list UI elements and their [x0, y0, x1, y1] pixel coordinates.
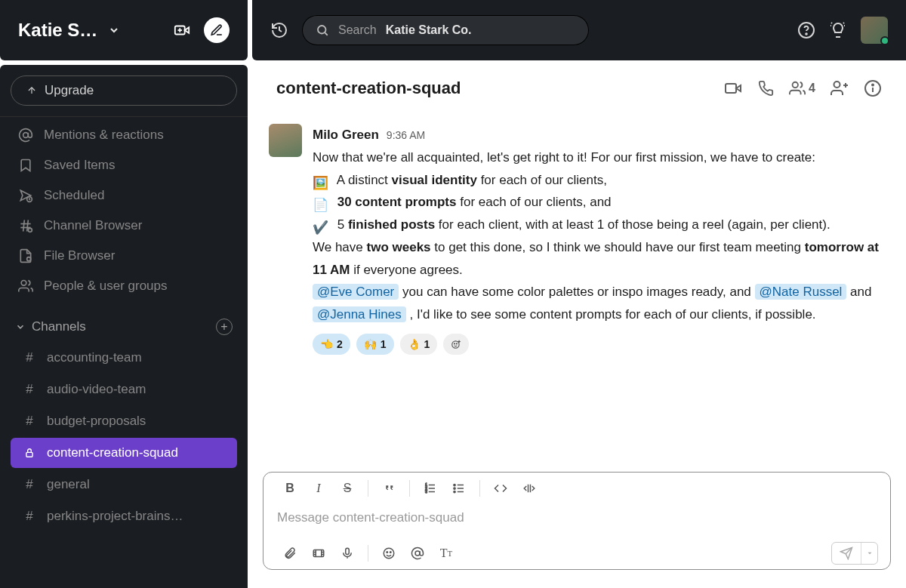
message-text: Now that we're all acquainted, let's get… [313, 146, 891, 326]
svg-point-26 [455, 343, 455, 344]
channels-section-header[interactable]: Channels + [11, 312, 237, 342]
message-list[interactable]: Milo Green 9:36 AM Now that we're all ac… [252, 116, 906, 463]
svg-point-40 [454, 488, 455, 489]
page-emoji: 📄 [313, 194, 329, 211]
svg-point-16 [806, 33, 807, 35]
send-options-button[interactable] [861, 543, 877, 564]
format-bullet-list-button[interactable] [445, 477, 473, 500]
svg-point-47 [387, 552, 388, 553]
message-body: Milo Green 9:36 AM Now that we're all ac… [313, 124, 891, 355]
message-timestamp[interactable]: 9:36 AM [387, 126, 425, 145]
message-author-avatar[interactable] [269, 124, 302, 157]
message-author[interactable]: Milo Green [313, 124, 379, 146]
channel-content-creation-squad[interactable]: content-creation-squad [11, 438, 237, 468]
sidebar-item-mentions[interactable]: Mentions & reactions [11, 120, 237, 150]
svg-rect-12 [26, 452, 32, 457]
hash-icon: # [23, 350, 36, 365]
channel-details-icon[interactable] [864, 79, 882, 97]
svg-line-7 [23, 220, 25, 232]
composer-input[interactable]: Message content-creation-squad [263, 504, 890, 537]
channel-title[interactable]: content-creation-squad [276, 79, 709, 98]
svg-rect-17 [726, 84, 736, 93]
hash-icon: # [23, 382, 36, 397]
svg-point-9 [28, 228, 32, 232]
send-button[interactable] [832, 543, 861, 564]
svg-point-24 [872, 85, 874, 86]
svg-rect-44 [313, 550, 324, 557]
emoji-picker-button[interactable] [374, 542, 403, 565]
attach-file-button[interactable] [276, 542, 304, 565]
sidebar-item-people[interactable]: People & user groups [11, 271, 237, 301]
format-quote-button[interactable] [374, 477, 403, 500]
channel-browser-icon [18, 218, 33, 233]
upgrade-button[interactable]: Upgrade [11, 75, 237, 106]
top-bar: Search Katie Stark Co. [252, 0, 906, 60]
format-bold-button[interactable]: B [276, 477, 304, 500]
svg-point-48 [390, 552, 392, 553]
channel-audio-video-team[interactable]: # audio-video-team [11, 374, 237, 405]
workspace-caret-icon[interactable] [108, 24, 120, 36]
mention-jenna-hines[interactable]: @Jenna Hines [313, 306, 406, 322]
hash-icon: # [23, 477, 36, 492]
format-ordered-list-button[interactable]: 123 [416, 477, 445, 500]
channel-header: content-creation-squad 4 [252, 60, 906, 116]
svg-point-27 [457, 343, 458, 344]
svg-point-11 [21, 281, 26, 286]
sidebar-item-channel-browser[interactable]: Channel Browser [11, 211, 237, 241]
chevron-down-icon [15, 322, 26, 332]
svg-point-39 [454, 484, 455, 485]
add-reaction-button[interactable] [443, 334, 469, 355]
bookmark-icon [18, 158, 33, 173]
file-browser-icon [18, 248, 33, 263]
sidebar-item-file-browser[interactable]: File Browser [11, 241, 237, 271]
lock-icon [23, 448, 36, 458]
svg-point-25 [452, 341, 459, 348]
svg-line-14 [325, 32, 327, 35]
svg-text:3: 3 [425, 490, 427, 494]
framed-picture-emoji: 🖼️ [313, 172, 329, 189]
mention-nate-russel[interactable]: @Nate Russel [755, 284, 847, 300]
reaction-1[interactable]: 👈2 [313, 334, 350, 355]
hash-icon: # [23, 414, 36, 429]
svg-point-10 [27, 257, 31, 261]
channel-general[interactable]: # general [11, 469, 237, 500]
channel-video-icon[interactable] [724, 79, 742, 97]
svg-point-3 [23, 133, 29, 138]
svg-point-41 [454, 491, 455, 492]
new-huddle-icon[interactable] [171, 19, 193, 42]
compose-button[interactable] [204, 17, 230, 43]
channel-budget-proposals[interactable]: # budget-proposals [11, 406, 237, 436]
svg-point-49 [415, 551, 420, 556]
mention-eve-comer[interactable]: @Eve Comer [313, 284, 399, 300]
svg-point-46 [384, 548, 394, 559]
reaction-2[interactable]: 🙌1 [356, 334, 394, 355]
history-icon[interactable] [270, 21, 288, 39]
check-mark-emoji: ✔️ [313, 217, 329, 233]
reaction-3[interactable]: 👌1 [400, 334, 438, 355]
search-icon [316, 23, 329, 37]
sidebar: Upgrade Mentions & reactions Saved Items… [0, 65, 248, 588]
formatting-toggle-button[interactable]: TT [432, 542, 461, 565]
svg-point-13 [318, 26, 326, 34]
attach-audio-button[interactable] [333, 542, 362, 565]
sidebar-item-scheduled[interactable]: Scheduled [11, 180, 237, 211]
format-italic-button[interactable]: I [304, 477, 333, 500]
channel-call-icon[interactable] [757, 80, 774, 97]
add-channel-button[interactable]: + [216, 319, 233, 335]
channel-perkins-project[interactable]: # perkins-project-brains… [11, 501, 237, 531]
help-icon[interactable] [797, 21, 815, 39]
channel-add-people-icon[interactable] [830, 79, 849, 97]
format-codeblock-button[interactable] [515, 477, 544, 500]
user-avatar[interactable] [861, 17, 888, 44]
channel-members-button[interactable]: 4 [789, 80, 815, 97]
mention-button[interactable] [403, 542, 432, 565]
sidebar-item-saved[interactable]: Saved Items [11, 150, 237, 180]
format-code-button[interactable] [486, 477, 515, 500]
channel-accounting-team[interactable]: # accounting-team [11, 343, 237, 373]
workspace-name[interactable]: Katie S… [18, 20, 97, 41]
format-strike-button[interactable]: S [333, 477, 362, 500]
whats-new-icon[interactable] [829, 21, 847, 39]
svg-point-19 [834, 82, 840, 88]
search-input[interactable]: Search Katie Stark Co. [302, 15, 589, 45]
attach-video-button[interactable] [304, 542, 333, 565]
